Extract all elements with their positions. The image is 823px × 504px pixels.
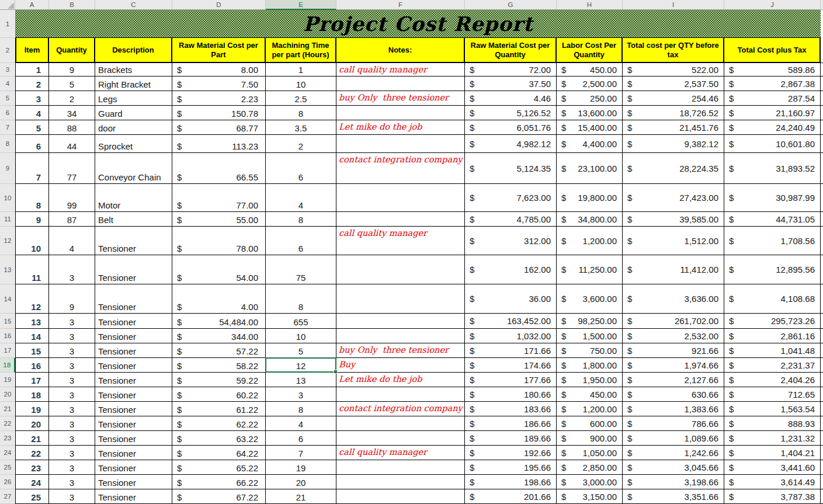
row-header-15[interactable]: 15 (0, 314, 15, 329)
cell-I26[interactable]: $3,198.66 (623, 475, 724, 489)
cell-G12[interactable]: $312.00 (465, 227, 557, 255)
cell-G27[interactable]: $201.66 (465, 489, 557, 504)
cell-F13[interactable] (336, 255, 465, 284)
cell-D9[interactable]: $66.55 (172, 153, 266, 184)
cell-I12[interactable]: $1,512.00 (623, 227, 724, 255)
cell-B25[interactable]: 3 (49, 460, 95, 475)
cell-G10[interactable]: $7,623.00 (465, 184, 557, 212)
row-header-13[interactable]: 13 (0, 255, 15, 284)
cell-C17[interactable]: Tensioner (95, 343, 172, 358)
cell-G17[interactable]: $171.66 (465, 343, 557, 358)
cell-H14[interactable]: $3,600.00 (557, 284, 623, 314)
cell-F12[interactable]: call quality manager (336, 227, 465, 255)
cell-H6[interactable]: $13,600.00 (557, 106, 623, 120)
cell-F25[interactable] (336, 460, 465, 475)
cell-G5[interactable]: $4.46 (465, 91, 557, 106)
cell-B27[interactable]: 3 (49, 489, 95, 504)
cell-E17[interactable]: 5 (266, 343, 336, 358)
cell-H24[interactable]: $1,050.00 (557, 446, 623, 460)
cell-J5[interactable]: $287.54 (724, 91, 821, 106)
cell-H5[interactable]: $250.00 (557, 91, 623, 106)
cell-H26[interactable]: $3,000.00 (557, 475, 623, 489)
cell-E18[interactable]: 12 (266, 358, 336, 373)
row-header-10[interactable]: 10 (0, 184, 15, 212)
cell-I14[interactable]: $3,636.00 (623, 284, 724, 314)
cell-D27[interactable]: $67.22 (172, 489, 266, 504)
cell-B20[interactable]: 3 (49, 387, 95, 402)
cell-F27[interactable] (336, 489, 465, 504)
cell-A11[interactable]: 9 (15, 212, 49, 227)
cell-D21[interactable]: $61.22 (172, 402, 266, 416)
cell-G16[interactable]: $1,032.00 (465, 329, 557, 343)
cell-A26[interactable]: 24 (15, 475, 49, 489)
cell-E19[interactable]: 13 (266, 373, 336, 387)
row-header-9[interactable]: 9 (0, 153, 15, 184)
cell-E27[interactable]: 21 (266, 489, 336, 504)
cell-E16[interactable]: 10 (266, 329, 336, 343)
cell-I3[interactable]: $522.00 (623, 63, 724, 77)
column-header-H[interactable]: H (557, 0, 623, 10)
cell-B15[interactable]: 3 (49, 314, 95, 329)
cell-J18[interactable]: $2,231.37 (724, 358, 821, 373)
header-cell-machining-time[interactable]: Machining Time per part (Hours) (266, 38, 336, 63)
cell-A25[interactable]: 23 (15, 460, 49, 475)
cell-J26[interactable]: $3,614.49 (724, 475, 821, 489)
cell-E20[interactable]: 3 (266, 387, 336, 402)
cell-J23[interactable]: $1,231.32 (724, 431, 821, 446)
cell-J11[interactable]: $44,731.05 (724, 212, 821, 227)
cell-B16[interactable]: 3 (49, 329, 95, 343)
cell-C13[interactable]: Tensioner (95, 255, 172, 284)
cell-A9[interactable]: 7 (15, 153, 49, 184)
cell-A23[interactable]: 21 (15, 431, 49, 446)
cell-B9[interactable]: 77 (49, 153, 95, 184)
cell-J3[interactable]: $589.86 (724, 63, 821, 77)
cell-G4[interactable]: $37.50 (465, 77, 557, 91)
cell-C4[interactable]: Right Bracket (95, 77, 172, 91)
cell-A15[interactable]: 13 (15, 314, 49, 329)
cell-G18[interactable]: $174.66 (465, 358, 557, 373)
column-header-J[interactable]: J (724, 0, 821, 10)
column-header-F[interactable]: F (336, 0, 465, 10)
cell-J20[interactable]: $712.65 (724, 387, 821, 402)
cell-C20[interactable]: Tensioner (95, 387, 172, 402)
cell-E15[interactable]: 655 (266, 314, 336, 329)
cell-G25[interactable]: $195.66 (465, 460, 557, 475)
cell-J9[interactable]: $31,893.52 (724, 153, 821, 184)
cell-F24[interactable]: call quality manager (336, 446, 465, 460)
row-header-3[interactable]: 3 (0, 63, 15, 77)
cell-C3[interactable]: Brackets (95, 63, 172, 77)
column-header-I[interactable]: I (623, 0, 724, 10)
cell-F11[interactable] (336, 212, 465, 227)
cell-I25[interactable]: $3,045.66 (623, 460, 724, 475)
cell-H19[interactable]: $1,950.00 (557, 373, 623, 387)
header-cell-raw-material-cost-per-quantity[interactable]: Raw Material Cost per Quantity (465, 38, 557, 63)
cell-D5[interactable]: $2.23 (172, 91, 266, 106)
cell-H15[interactable]: $98,250.00 (557, 314, 623, 329)
cell-G13[interactable]: $162.00 (465, 255, 557, 284)
cell-D22[interactable]: $62.22 (172, 416, 266, 431)
row-header-11[interactable]: 11 (0, 212, 15, 227)
cell-C6[interactable]: Guard (95, 106, 172, 120)
cell-I27[interactable]: $3,351.66 (623, 489, 724, 504)
cell-C24[interactable]: Tensioner (95, 446, 172, 460)
cell-G3[interactable]: $72.00 (465, 63, 557, 77)
cell-B19[interactable]: 3 (49, 373, 95, 387)
cell-A6[interactable]: 4 (15, 106, 49, 120)
cell-H13[interactable]: $11,250.00 (557, 255, 623, 284)
cell-F15[interactable] (336, 314, 465, 329)
cell-A5[interactable]: 3 (15, 91, 49, 106)
cell-I18[interactable]: $1,974.66 (623, 358, 724, 373)
cell-J19[interactable]: $2,404.26 (724, 373, 821, 387)
cell-G24[interactable]: $192.66 (465, 446, 557, 460)
cell-E8[interactable]: 2 (266, 135, 336, 153)
cell-A16[interactable]: 14 (15, 329, 49, 343)
cell-D24[interactable]: $64.22 (172, 446, 266, 460)
row-header-2[interactable]: 2 (0, 38, 15, 63)
cell-F10[interactable] (336, 184, 465, 212)
cell-J27[interactable]: $3,787.38 (724, 489, 821, 504)
cell-J21[interactable]: $1,563.54 (724, 402, 821, 416)
cell-B18[interactable]: 3 (49, 358, 95, 373)
cell-C21[interactable]: Tensioner (95, 402, 172, 416)
cell-F17[interactable]: buy Only three tensioner (336, 343, 465, 358)
cell-F6[interactable] (336, 106, 465, 120)
